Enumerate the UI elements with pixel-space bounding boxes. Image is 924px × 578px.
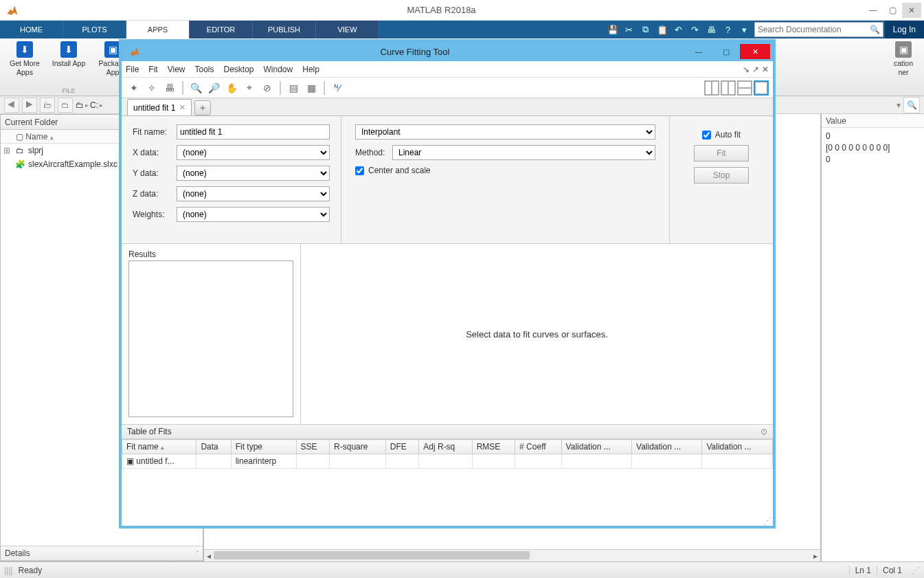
workspace-value-column[interactable]: Value [822,114,924,128]
tab-view[interactable]: VIEW [316,21,379,38]
stop-button[interactable]: Stop [694,167,749,184]
residuals-icon[interactable]: ᴺ⁄ [329,80,346,96]
tab-editor[interactable]: EDITOR [190,21,253,38]
print-icon[interactable]: 🖶 [161,80,178,96]
layout-1x2-button[interactable] [721,80,736,96]
z-data-select[interactable]: (none) [177,186,330,201]
fit-name-input[interactable] [177,124,330,140]
y-data-select[interactable]: (none) [177,166,330,181]
window-title: MATLAB R2018a [19,5,864,15]
dock-icon[interactable]: ↘ [743,65,750,74]
plot-area: Select data to fit curves or surfaces. [300,244,773,424]
cut-icon[interactable]: ✂ [621,21,638,38]
dropdown-icon[interactable]: ▾ [736,21,753,38]
layout-2x2-button[interactable] [704,80,719,96]
path-search-button[interactable]: 🔍 [903,97,920,113]
minimize-button[interactable]: — [864,3,883,18]
pan-icon[interactable]: ✋ [223,80,240,96]
layout-single-button[interactable] [754,80,769,96]
inner-close-icon[interactable]: ✕ [762,65,769,74]
app-designer-fragment[interactable]: ▣ cation ner [890,41,917,76]
tab-home[interactable]: HOME [0,21,63,38]
menu-window[interactable]: Window [264,65,293,74]
status-text: Ready [18,566,42,575]
nav-forward-button[interactable]: ⯈ [22,98,37,113]
tof-collapse-icon[interactable]: ⊙ [760,427,767,436]
save-icon[interactable]: 💾 [605,21,621,38]
help-icon[interactable]: ? [720,21,736,38]
search-documentation[interactable]: 🔍 [754,22,883,37]
horizontal-scrollbar[interactable]: ◂ ▸ [204,549,820,562]
cftool-close-button[interactable]: ✕ [740,44,770,59]
nav-browse-button[interactable]: 🗀 [58,98,73,113]
fit-data-panel: Fit name: X data:(none) Y data:(none) Z … [122,116,341,243]
resize-grip-icon[interactable]: ⋰ [912,566,920,575]
paste-icon[interactable]: 📋 [654,21,671,38]
results-panel: Results [122,244,300,424]
model-type-select[interactable]: Interpolant [355,124,655,140]
results-textarea[interactable] [128,260,293,417]
x-data-select[interactable]: (none) [177,145,330,160]
maximize-button[interactable]: ▢ [883,3,902,18]
table-row[interactable]: ▣ untitled f... linearinterp [122,454,773,469]
weights-select[interactable]: (none) [177,207,330,222]
method-select[interactable]: Linear [392,145,655,160]
pan-left-icon[interactable]: ✦ [126,80,142,96]
nav-back-button[interactable]: ⯇ [4,98,19,113]
close-tab-icon[interactable]: ✕ [179,103,185,112]
cftool-resize-grip-icon[interactable]: ⋰ [763,516,771,524]
zoom-out-icon[interactable]: 🔎 [205,80,222,96]
cftool-title: Curve Fitting Tool [145,47,685,57]
scroll-right-icon[interactable]: ▸ [811,550,820,562]
fit-controls-panel: Auto fit Fit Stop [670,116,773,243]
zoom-in-icon[interactable]: 🔍 [188,80,204,96]
busy-indicator-icon: |||| [4,566,12,575]
undock-icon[interactable]: ↗ [752,65,759,74]
redo-icon[interactable]: ↷ [687,21,703,38]
copy-icon[interactable]: ⧉ [638,21,654,38]
menu-file[interactable]: File [126,65,139,74]
cftool-maximize-button[interactable]: ▢ [712,44,740,59]
add-fit-tab-button[interactable]: ＋ [194,100,211,115]
get-more-apps-button[interactable]: ⬇Get More Apps [7,41,43,76]
pan-right-icon[interactable]: ✧ [144,80,160,96]
menu-tools[interactable]: Tools [194,65,214,74]
login-button[interactable]: Log In [885,21,924,38]
undo-icon[interactable]: ↶ [671,21,687,38]
details-header[interactable]: Detailsˆ [1,546,203,561]
close-button[interactable]: ✕ [902,3,921,18]
data-cursor-icon[interactable]: ⌖ [241,80,258,96]
scroll-left-icon[interactable]: ◂ [204,550,214,562]
scroll-thumb[interactable] [214,551,530,559]
grid-icon[interactable]: ▦ [303,80,319,96]
search-input[interactable] [755,25,868,34]
table-of-fits[interactable]: Fit name ▴ Data Fit type SSE R-square DF… [122,439,773,505]
folder-icon: 🗀 [76,100,84,110]
menu-desktop[interactable]: Desktop [224,65,254,74]
legend-icon[interactable]: ▤ [285,80,302,96]
fit-model-panel: Interpolant Method:Linear Center and sca… [341,116,670,243]
install-app-button[interactable]: ⬇Install App [51,41,87,76]
status-col: Col 1 [877,566,908,575]
matlab-logo-icon [5,3,19,17]
cftool-titlebar[interactable]: Curve Fitting Tool — ▢ ✕ [122,42,773,61]
fit-tab[interactable]: untitled fit 1 ✕ [127,99,192,115]
menu-fit[interactable]: Fit [148,65,157,74]
table-of-fits-header[interactable]: Table of Fits ⊙ [122,424,773,439]
tab-publish[interactable]: PUBLISH [253,21,316,38]
menu-help[interactable]: Help [302,65,319,74]
search-icon[interactable]: 🔍 [868,25,883,34]
exclude-icon[interactable]: ⊘ [259,80,275,96]
tab-plots[interactable]: PLOTS [63,21,126,38]
cftool-menubar: File Fit View Tools Desktop Window Help … [122,61,773,78]
layout-2x1-button[interactable] [737,80,752,96]
auto-fit-checkbox[interactable] [702,131,711,140]
fit-button[interactable]: Fit [694,145,749,162]
print-icon[interactable]: 🖶 [703,21,720,38]
nav-up-button[interactable]: 🗁 [40,98,55,113]
menu-view[interactable]: View [168,65,185,74]
center-scale-checkbox[interactable] [355,166,364,175]
cftool-minimize-button[interactable]: — [685,44,712,59]
curve-fitting-tool-window: Curve Fitting Tool — ▢ ✕ File Fit View T… [121,41,774,526]
tab-apps[interactable]: APPS [126,21,190,38]
